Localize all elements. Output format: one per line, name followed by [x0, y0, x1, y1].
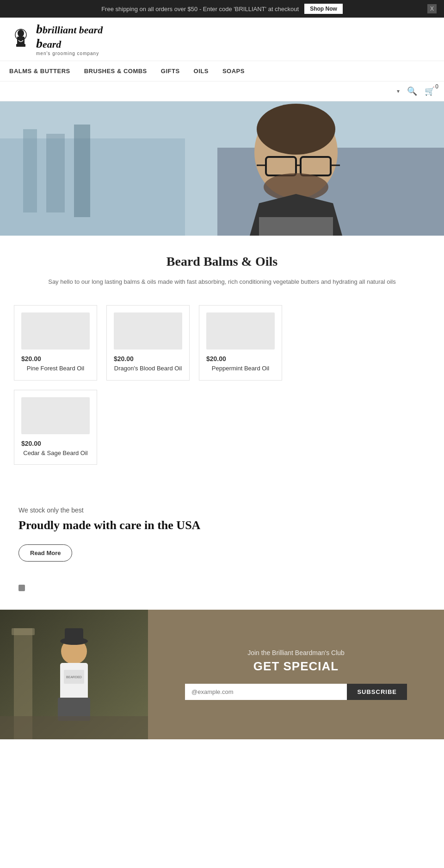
product-price-1: $20.00	[21, 355, 90, 362]
hero-svg	[0, 101, 444, 236]
product-card-2[interactable]: $20.00 Dragon's Blood Beard Oil	[106, 305, 190, 380]
shop-now-button[interactable]: Shop Now	[304, 4, 343, 14]
cart-icon[interactable]: 🛒 0	[425, 86, 435, 96]
product-card-4[interactable]: $20.00 Cedar & Sage Beard Oil	[14, 390, 97, 465]
svg-rect-30	[12, 628, 35, 635]
svg-point-1	[18, 30, 24, 37]
svg-text:BEARDED: BEARDED	[66, 675, 82, 679]
close-announcement-button[interactable]: X	[427, 4, 437, 13]
nav-soaps[interactable]: SOAPS	[222, 68, 245, 75]
header: bbrilliant beard beard men's grooming co…	[0, 18, 444, 61]
nav-oils[interactable]: OILS	[194, 68, 209, 75]
product-image-3	[206, 312, 275, 350]
product-image-1	[21, 312, 90, 350]
read-more-button[interactable]: Read More	[18, 544, 72, 562]
main-nav: BALMS & BUTTERS BRUSHES & COMBS GIFTS OI…	[0, 61, 444, 81]
announcement-text: Free shipping on all orders over $50 - E…	[101, 6, 299, 12]
announcement-bar: Free shipping on all orders over $50 - E…	[0, 0, 444, 18]
logo-text: bbrilliant beard beard men's grooming co…	[36, 22, 103, 56]
newsletter-join-text: Join the Brilliant Beardman's Club	[247, 649, 345, 656]
product-card-1[interactable]: $20.00 Pine Forest Beard Oil	[14, 305, 97, 380]
svg-rect-2	[17, 37, 25, 45]
product-price-4: $20.00	[21, 440, 90, 447]
product-name-4: Cedar & Sage Beard Oil	[21, 449, 90, 457]
nav-balms-butters[interactable]: BALMS & BUTTERS	[9, 68, 70, 75]
dot-1	[18, 585, 25, 591]
search-icon[interactable]: 🔍	[407, 86, 417, 96]
product-card-3[interactable]: $20.00 Peppermint Beard Oil	[199, 305, 282, 380]
nav-gifts[interactable]: GIFTS	[161, 68, 180, 75]
made-in-usa-section: We stock only the best Proudly made with…	[0, 479, 444, 575]
svg-point-12	[257, 104, 335, 155]
logo[interactable]: bbrilliant beard beard men's grooming co…	[9, 22, 103, 56]
brand-tagline: men's grooming company	[36, 51, 103, 56]
product-name-2: Dragon's Blood Beard Oil	[114, 364, 182, 373]
newsletter-email-input[interactable]	[185, 684, 347, 700]
hero-image	[0, 101, 444, 236]
dropdown-arrow-icon[interactable]: ▾	[397, 88, 400, 94]
svg-rect-26	[65, 628, 83, 643]
product-image-2	[114, 312, 182, 350]
product-name-3: Peppermint Beard Oil	[206, 364, 275, 373]
product-grid: $20.00 Pine Forest Beard Oil $20.00 Drag…	[0, 300, 324, 478]
nav-icons-bar: ▾ 🔍 🛒 0	[0, 81, 444, 101]
product-image-4	[21, 397, 90, 434]
svg-rect-19	[259, 217, 333, 236]
section-heading: Beard Balms & Oils	[9, 254, 435, 269]
svg-rect-8	[74, 125, 90, 217]
newsletter-form: SUBSCRIBE	[185, 684, 407, 700]
made-in-usa-subtext: We stock only the best	[18, 506, 426, 514]
product-price-2: $20.00	[114, 355, 182, 362]
svg-rect-31	[0, 716, 148, 739]
section-title-area: Beard Balms & Oils	[0, 236, 444, 274]
subscribe-button[interactable]: SUBSCRIBE	[347, 684, 407, 700]
newsletter-title: GET SPECIAL	[253, 659, 339, 674]
svg-rect-3	[16, 44, 25, 47]
section-subtitle: Say hello to our long lasting balms & oi…	[0, 274, 444, 301]
indicator-dots	[0, 575, 444, 600]
product-name-1: Pine Forest Beard Oil	[21, 364, 90, 373]
logo-icon	[9, 27, 32, 50]
product-price-3: $20.00	[206, 355, 275, 362]
newsletter-content-area: Join the Brilliant Beardman's Club GET S…	[148, 610, 444, 739]
svg-rect-7	[46, 134, 65, 212]
made-in-usa-heading: Proudly made with care in the USA	[18, 518, 426, 533]
svg-rect-6	[23, 129, 37, 212]
newsletter-section: BEARDED Join the Brilliant Beardman's Cl…	[0, 610, 444, 739]
nav-brushes-combs[interactable]: BRUSHES & COMBS	[84, 68, 147, 75]
brand-name: bbrilliant beard beard	[36, 22, 103, 51]
cart-count: 0	[435, 83, 438, 90]
